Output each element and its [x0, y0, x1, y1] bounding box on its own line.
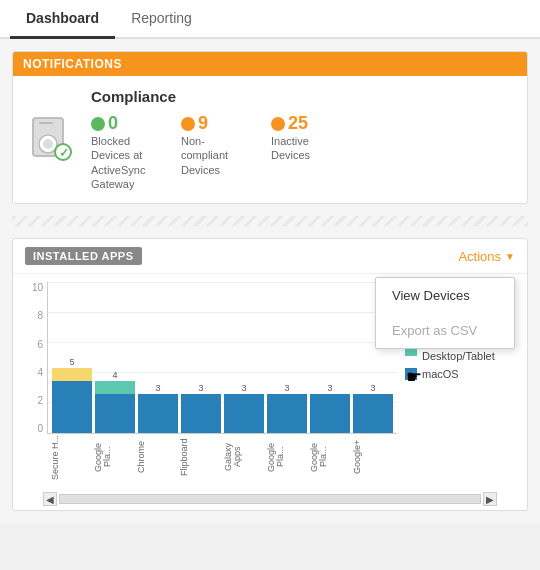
x-label: Google+ [353, 434, 393, 482]
bar-stack [138, 394, 178, 433]
bar-segment-macos [267, 394, 307, 433]
bar-group: 3 [181, 383, 221, 433]
bar-group: 3 [224, 383, 264, 433]
actions-button[interactable]: Actions ▼ [458, 249, 515, 264]
svg-rect-4 [39, 122, 53, 124]
installed-apps-header: INSTALLED APPS Actions ▼ View Devices Ex… [13, 239, 527, 274]
bar-segment-macos [224, 394, 264, 433]
legend-color-macos [405, 368, 417, 380]
bar-segment-macos [181, 394, 221, 433]
notifications-box: NOTIFICATIONS ✓ Compliance [12, 51, 528, 204]
bar-group: 3 [353, 383, 393, 433]
scroll-left-arrow[interactable]: ◀ [43, 492, 57, 506]
stat-noncompliant-label: Non-compliantDevices [181, 134, 251, 177]
bar-group: 4 [95, 370, 135, 433]
stat-noncompliant: 9 Non-compliantDevices [181, 113, 251, 191]
bar-segment-windows_desktop [95, 381, 135, 394]
tab-reporting[interactable]: Reporting [115, 0, 208, 39]
compliance-title: Compliance [91, 88, 310, 105]
bar-group: 3 [310, 383, 350, 433]
bar-segment-macos [310, 394, 350, 433]
stat-inactive: 25 InactiveDevices [271, 113, 310, 191]
bar-group: 3 [267, 383, 307, 433]
bar-value-label: 3 [155, 383, 160, 393]
compliance-stats: 0 Blocked Devices atActiveSync Gateway 9 [91, 113, 310, 191]
dot-green [91, 117, 105, 131]
main-content: NOTIFICATIONS ✓ Compliance [0, 39, 540, 523]
bar-stack [95, 381, 135, 433]
divider-stripe [12, 216, 528, 226]
bar-stack [267, 394, 307, 433]
app-container: Dashboard Reporting NOTIFICATIONS [0, 0, 540, 523]
dropdown-item-view-devices[interactable]: View Devices [376, 278, 514, 313]
stat-noncompliant-count: 9 [181, 113, 208, 134]
chart-body: 10 8 6 4 2 0 [25, 282, 397, 434]
bar-group: 5 [52, 357, 92, 433]
actions-dropdown-container: Actions ▼ View Devices Export as CSV [458, 249, 515, 264]
stat-inactive-label: InactiveDevices [271, 134, 310, 163]
stat-blocked: 0 Blocked Devices atActiveSync Gateway [91, 113, 161, 191]
x-labels: Secure H...Google Pla...ChromeFlipboardG… [25, 434, 397, 482]
stat-blocked-count: 0 [91, 113, 118, 134]
dot-orange-2 [271, 117, 285, 131]
x-label: Chrome [137, 434, 177, 482]
bar-value-label: 3 [284, 383, 289, 393]
bar-stack [224, 394, 264, 433]
x-label: Google Pla... [94, 434, 134, 482]
svg-point-3 [43, 139, 53, 149]
bar-value-label: 5 [69, 357, 74, 367]
bar-chart: 10 8 6 4 2 0 [25, 282, 397, 482]
chart-wrapper: 10 8 6 4 2 0 [25, 282, 397, 482]
x-label: Galaxy Apps [224, 434, 264, 482]
scroll-track[interactable] [59, 494, 481, 504]
scroll-right-arrow[interactable]: ▶ [483, 492, 497, 506]
compliance-icon: ✓ [25, 114, 77, 166]
compliance-details: Compliance 0 Blocked Devices atActiveSyn… [91, 88, 310, 191]
actions-dropdown-menu: View Devices Export as CSV [375, 277, 515, 349]
bar-value-label: 3 [370, 383, 375, 393]
tab-bar: Dashboard Reporting [0, 0, 540, 39]
bar-group: 3 [138, 383, 178, 433]
installed-apps-title: INSTALLED APPS [25, 247, 142, 265]
bar-stack [353, 394, 393, 433]
x-label: Flipboard [180, 434, 220, 482]
bar-stack [52, 368, 92, 433]
stat-blocked-label: Blocked Devices atActiveSync Gateway [91, 134, 161, 191]
y-axis: 10 8 6 4 2 0 [25, 282, 47, 434]
dropdown-item-export-csv[interactable]: Export as CSV [376, 313, 514, 348]
notifications-header: NOTIFICATIONS [13, 52, 527, 76]
bar-stack [310, 394, 350, 433]
bar-segment-macos [52, 381, 92, 433]
bar-segment-macos [138, 394, 178, 433]
svg-text:✓: ✓ [59, 146, 69, 160]
installed-apps-box: INSTALLED APPS Actions ▼ View Devices Ex… [12, 238, 528, 511]
x-label: Secure H... [51, 434, 91, 482]
scroll-bar: ◀ ▶ [13, 488, 527, 510]
bar-value-label: 3 [327, 383, 332, 393]
dot-orange-1 [181, 117, 195, 131]
bars-container: 54333333 [48, 282, 397, 433]
bar-value-label: 3 [198, 383, 203, 393]
x-label: Google Pla... [310, 434, 350, 482]
tab-dashboard[interactable]: Dashboard [10, 0, 115, 39]
bar-value-label: 3 [241, 383, 246, 393]
stat-inactive-count: 25 [271, 113, 308, 134]
bar-segment-macos [353, 394, 393, 433]
bar-segment-ios [52, 368, 92, 381]
legend-item-macos: macOS [405, 368, 515, 380]
bar-value-label: 4 [112, 370, 117, 380]
bar-stack [181, 394, 221, 433]
chart-grid: 54333333 [47, 282, 397, 434]
x-label: Google Pla... [267, 434, 307, 482]
compliance-row: ✓ Compliance 0 Blocked Devic [13, 76, 527, 203]
chevron-down-icon: ▼ [505, 251, 515, 262]
bar-segment-macos [95, 394, 135, 433]
